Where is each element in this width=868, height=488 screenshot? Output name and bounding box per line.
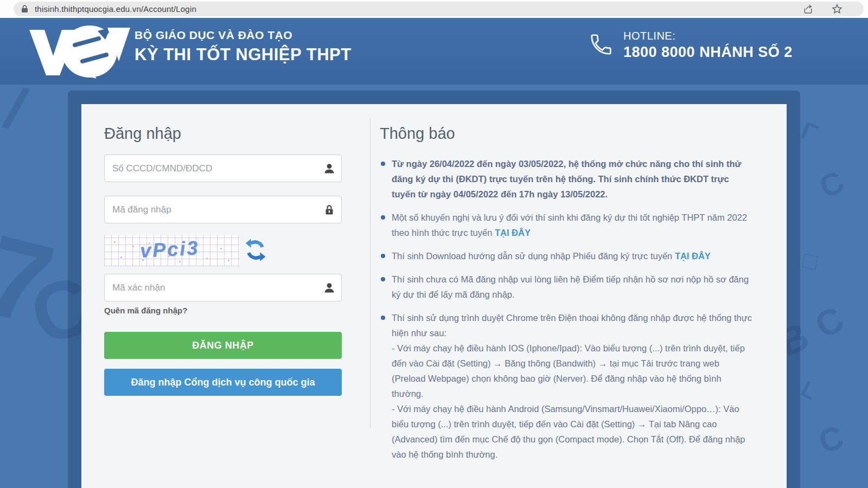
notice-text: Từ ngày 26/04/2022 đến ngày 03/05/2022, … — [392, 159, 742, 199]
notice-subtext: - Với máy chạy hệ điều hành IOS (Iphone/… — [392, 341, 755, 401]
ssl-lock-icon — [21, 5, 28, 13]
notice-text: Một số khuyến nghị và lưu ý đối với thí … — [392, 213, 747, 237]
captcha-field-wrapper — [104, 274, 342, 301]
notice-item: Thí sinh chưa có Mã đăng nhập vui lòng l… — [380, 272, 755, 302]
exam-title: KỲ THI TỐT NGHIỆP THPT — [135, 45, 352, 65]
login-code-input[interactable] — [105, 204, 317, 215]
column-divider — [370, 118, 371, 428]
tai-day-link[interactable]: TẠI ĐÂY — [495, 228, 531, 237]
bookmark-star-icon[interactable] — [831, 3, 843, 15]
notice-text: Thí sinh chưa có Mã đăng nhập vui lòng l… — [392, 274, 749, 299]
code-field-wrapper — [104, 196, 342, 223]
notices-list: Từ ngày 26/04/2022 đến ngày 03/05/2022, … — [380, 156, 755, 470]
phone-icon — [589, 32, 614, 59]
id-field-wrapper — [104, 155, 342, 182]
notice-item: Thí sinh sử dụng trình duyệt Chrome trên… — [380, 310, 755, 462]
notice-item: Thí sinh Download hướng dẫn sử dụng nhập… — [380, 248, 755, 264]
site-header: BỘ GIÁO DỤC VÀ ĐÀO TẠO KỲ THI TỐT NGHIỆP… — [0, 18, 868, 85]
notice-subtext: - Với máy chạy hệ điều hành Android (Sam… — [392, 401, 755, 462]
login-button[interactable]: ĐĂNG NHẬP — [104, 332, 342, 359]
captcha-image: vPci3 — [104, 235, 240, 266]
browser-toolbar: thisinh.thithptquocgia.edu.vn/Account/Lo… — [0, 0, 868, 18]
gov-portal-login-button[interactable]: Đăng nhập Cổng dịch vụ công quốc gia — [104, 369, 342, 396]
notice-item: Một số khuyến nghị và lưu ý đối với thí … — [380, 210, 755, 240]
ministry-title: BỘ GIÁO DỤC VÀ ĐÀO TẠO — [135, 29, 352, 42]
login-title: Đăng nhập — [104, 125, 181, 143]
tai-day-link[interactable]: TẠI ĐÂY — [675, 251, 711, 261]
captcha-input[interactable] — [105, 282, 317, 293]
user-icon — [317, 282, 341, 294]
notice-text: Thí sinh Download hướng dẫn sử dụng nhập… — [392, 251, 675, 261]
user-icon — [317, 163, 341, 175]
notice-item: Từ ngày 26/04/2022 đến ngày 03/05/2022, … — [380, 156, 755, 202]
address-bar[interactable]: thisinh.thithptquocgia.edu.vn/Account/Lo… — [14, 2, 864, 16]
hotline: HOTLINE: 1800 8000 NHÁNH SỐ 2 — [589, 30, 793, 61]
id-input[interactable] — [105, 163, 317, 174]
share-icon[interactable] — [802, 3, 814, 15]
captcha-noise — [114, 241, 116, 243]
url-text: thisinh.thithptquocgia.edu.vn/Account/Lo… — [35, 4, 196, 14]
hotline-label: HOTLINE: — [623, 30, 793, 42]
moet-vov-logo — [28, 22, 131, 82]
captcha-refresh-icon[interactable] — [244, 239, 267, 261]
hotline-number: 1800 8000 NHÁNH SỐ 2 — [623, 44, 793, 61]
captcha-code: vPci3 — [139, 236, 200, 262]
notices-title: Thông báo — [380, 125, 455, 143]
content-card: Đăng nhập vPci3 — [81, 104, 787, 488]
page: thisinh.thithptquocgia.edu.vn/Account/Lo… — [0, 0, 868, 488]
lock-icon — [317, 204, 341, 216]
forgot-code-link[interactable]: Quên mã đăng nhập? — [104, 306, 187, 315]
notice-text: Thí sinh sử dụng trình duyệt Chrome trên… — [392, 313, 752, 338]
